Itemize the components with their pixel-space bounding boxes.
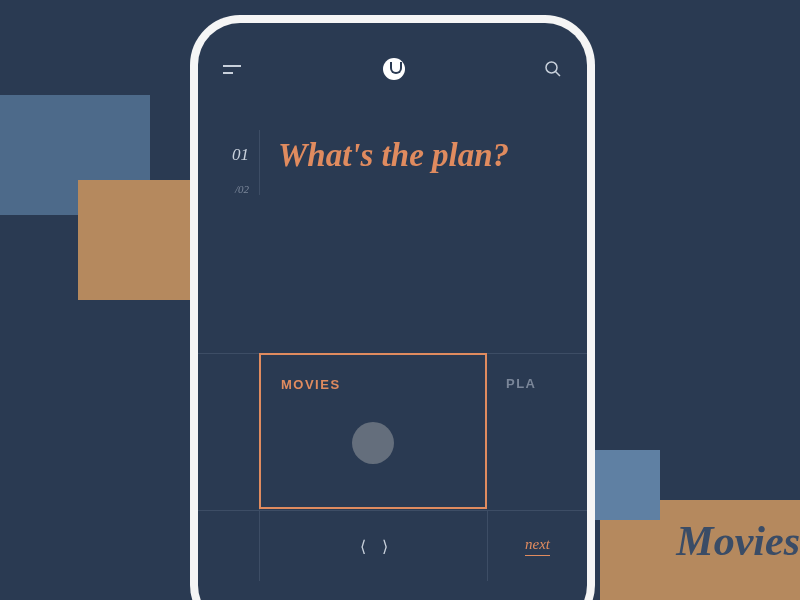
chevron-right-icon[interactable]: ⟩ xyxy=(382,537,388,556)
main-content: 01 /02 What's the plan? xyxy=(198,130,587,195)
card-label: PLA xyxy=(506,376,567,391)
card-label: MOVIES xyxy=(281,377,465,392)
search-icon[interactable] xyxy=(544,60,562,78)
carousel-nav: ⟨ ⟩ xyxy=(260,511,488,581)
card-thumbnail-placeholder xyxy=(352,422,394,464)
page-heading: What's the plan? xyxy=(260,130,529,195)
header xyxy=(198,23,587,100)
footer-gutter xyxy=(198,511,260,581)
next-button[interactable]: next xyxy=(525,536,550,556)
card-next[interactable]: PLA xyxy=(486,354,587,510)
step-sidebar: 01 /02 xyxy=(198,130,260,195)
card-movies[interactable]: MOVIES xyxy=(259,353,487,509)
card-carousel: MOVIES PLA xyxy=(198,353,587,511)
logo-icon xyxy=(383,58,405,80)
footer-next-area: next xyxy=(488,511,587,581)
carousel-gutter xyxy=(198,354,260,510)
phone-screen: 01 /02 What's the plan? MOVIES PLA ⟨ ⟩ n… xyxy=(198,23,587,600)
svg-point-0 xyxy=(546,62,557,73)
svg-line-1 xyxy=(556,72,561,77)
bg-word: Movies xyxy=(676,517,800,565)
step-total: /02 xyxy=(198,183,249,195)
chevron-left-icon[interactable]: ⟨ xyxy=(360,537,366,556)
menu-icon[interactable] xyxy=(223,62,243,76)
bg-block-tan-left xyxy=(78,180,190,300)
step-current: 01 xyxy=(198,145,249,165)
footer-controls: ⟨ ⟩ next xyxy=(198,511,587,581)
phone-frame: 01 /02 What's the plan? MOVIES PLA ⟨ ⟩ n… xyxy=(190,15,595,600)
